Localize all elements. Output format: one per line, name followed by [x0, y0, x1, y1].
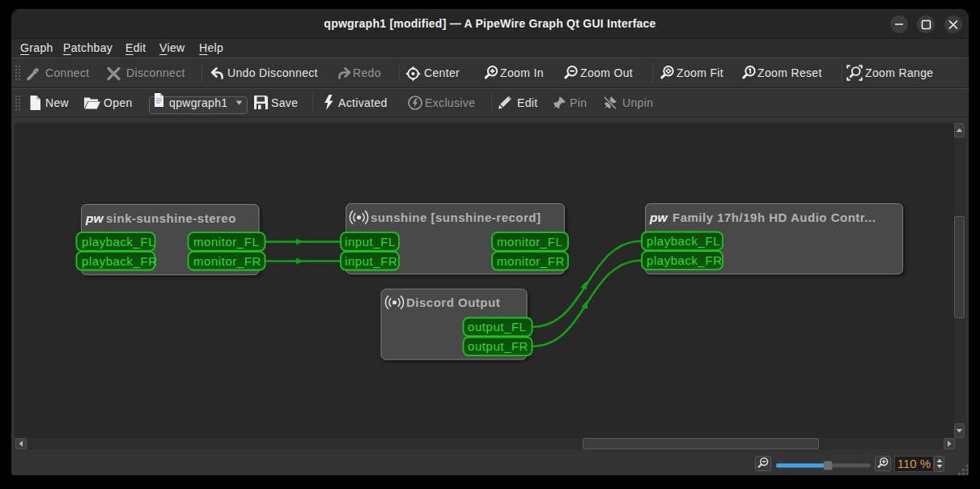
svg-text:output_FL: output_FL [468, 320, 527, 334]
svg-text:monitor_FR: monitor_FR [497, 254, 565, 268]
svg-text:playback_FR: playback_FR [82, 254, 158, 268]
svg-text:sunshine [sunshine-record]: sunshine [sunshine-record] [371, 210, 541, 224]
svg-text:pw: pw [649, 210, 668, 224]
svg-text:pw: pw [85, 211, 104, 225]
svg-text:monitor_FL: monitor_FL [193, 235, 259, 249]
svg-text:playback_FR: playback_FR [647, 253, 723, 267]
svg-text:input_FR: input_FR [345, 254, 397, 268]
svg-text:playback_FL: playback_FL [647, 234, 720, 248]
svg-text:playback_FL: playback_FL [82, 235, 155, 249]
svg-text:monitor_FL: monitor_FL [497, 235, 562, 249]
svg-text:sink-sunshine-stereo: sink-sunshine-stereo [106, 211, 236, 225]
svg-text:monitor_FR: monitor_FR [193, 254, 261, 268]
svg-text:Discord Output: Discord Output [406, 296, 500, 309]
svg-text:Family 17h/19h HD Audio Contr.: Family 17h/19h HD Audio Contr... [672, 210, 876, 224]
svg-text:output_FR: output_FR [468, 339, 528, 353]
svg-text:input_FL: input_FL [345, 235, 396, 249]
